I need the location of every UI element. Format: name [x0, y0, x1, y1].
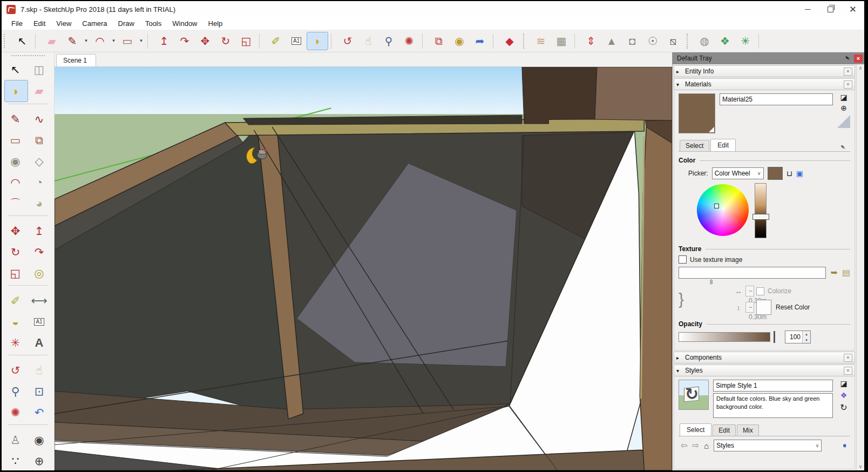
dimensions-tool[interactable]: ⟷ — [28, 290, 51, 311]
panel-close-button[interactable]: × — [844, 80, 852, 89]
zoom-window-tool[interactable]: ⊡ — [28, 381, 51, 402]
close-button[interactable] — [842, 1, 864, 17]
match-screen-color-icon[interactable]: ▣ — [796, 170, 803, 177]
three-point-arc-tool[interactable]: ⌒ — [4, 193, 27, 214]
push-pull-tool[interactable]: ↥ — [154, 32, 174, 50]
drape-tool[interactable]: ◘ — [622, 32, 642, 50]
spin-up-icon[interactable]: ▴ — [803, 331, 810, 337]
details-icon[interactable]: ➧ — [841, 441, 848, 450]
color-wheel-marker[interactable] — [714, 204, 719, 208]
axes-tool[interactable]: ✳ — [4, 332, 27, 353]
paint-bucket-tool[interactable]: ◗ — [4, 80, 28, 102]
opacity-slider-handle[interactable] — [774, 331, 775, 343]
offset-tool[interactable]: ◎ — [28, 262, 51, 284]
zoom-extents-tool[interactable]: ✺ — [4, 402, 27, 423]
previous-view-tool[interactable]: ↶ — [28, 402, 51, 423]
arc-tool-dropdown[interactable]: ▾ — [110, 32, 117, 50]
tab-edit[interactable]: Edit — [713, 424, 736, 436]
update-style-icon[interactable]: ↻ — [840, 403, 847, 412]
use-texture-checkbox[interactable] — [679, 255, 687, 264]
rectangle-tool[interactable]: ▭ — [117, 32, 138, 50]
scale-tool[interactable]: ◱ — [4, 262, 27, 284]
walk-tool[interactable]: ∵ — [4, 450, 27, 470]
tape-measure-tool[interactable]: ✐ — [4, 290, 27, 311]
material-name-input[interactable]: Material25 — [720, 93, 833, 105]
send-to-layout-icon[interactable]: ⧉ — [429, 32, 449, 50]
material-preview-swatch[interactable] — [679, 93, 715, 133]
menu-camera[interactable]: Camera — [77, 18, 112, 29]
sandbox-from-contours-tool[interactable]: ≋ — [531, 32, 551, 50]
arc-tool[interactable]: ◠ — [90, 32, 110, 50]
home-icon[interactable]: ⌂ — [704, 441, 709, 450]
style-description[interactable]: Default face colors. Blue sky and green … — [713, 393, 833, 418]
share-model-icon[interactable]: ➦ — [470, 32, 490, 50]
panel-close-button[interactable]: × — [844, 367, 852, 375]
rotated-rectangle-tool[interactable]: ⧉ — [28, 130, 51, 151]
tape-measure-tool[interactable]: ✐ — [266, 32, 286, 50]
rectangle-tool[interactable]: ▭ — [4, 130, 27, 151]
scene-tab[interactable]: Scene 1 — [56, 54, 96, 66]
make-component-tool[interactable]: ◫ — [28, 59, 51, 80]
orbit-tool[interactable]: ↺ — [4, 360, 27, 381]
rectangle-tool-dropdown[interactable]: ▾ — [138, 32, 145, 50]
menu-window[interactable]: Window — [167, 18, 202, 29]
line-tool[interactable]: ✎ — [62, 32, 83, 50]
green-wireframe-icon[interactable]: ✳ — [735, 32, 756, 50]
tray-close-button[interactable]: × — [854, 55, 863, 63]
opacity-slider[interactable] — [679, 332, 770, 342]
minimize-button[interactable] — [796, 1, 819, 17]
select-tool[interactable]: ↖ — [12, 32, 32, 50]
link-icon[interactable]: ∞ — [708, 279, 716, 319]
scroll-up-icon[interactable]: ∧ — [859, 65, 863, 71]
extension-warehouse-icon[interactable]: ◆ — [499, 32, 520, 50]
add-detail-tool[interactable]: ☉ — [642, 32, 663, 50]
secondary-pane-icon[interactable]: ◪ — [840, 380, 847, 387]
rotate-tool[interactable]: ↻ — [215, 32, 236, 50]
pie-tool[interactable]: ◕ — [28, 193, 51, 214]
style-preview-thumbnail[interactable]: ↻ — [679, 380, 709, 410]
collapse-arrow-icon[interactable]: ▸ — [676, 355, 685, 361]
spin-down-icon[interactable]: ▾ — [803, 337, 810, 343]
components-panel-bar[interactable]: ▸ Components × — [674, 352, 855, 363]
reset-color-button[interactable]: Reset Color — [776, 304, 810, 311]
colorize-checkbox[interactable] — [756, 287, 764, 295]
flip-edge-tool[interactable]: ⧅ — [663, 32, 683, 50]
viewport-3d-scene[interactable] — [55, 67, 672, 470]
style-name-input[interactable]: Simple Style 1 — [713, 380, 833, 392]
tab-select[interactable]: Select — [680, 140, 709, 151]
stamp-tool[interactable]: ▲ — [601, 32, 622, 50]
zoom-tool[interactable]: ⚲ — [4, 381, 27, 402]
menu-view[interactable]: View — [51, 18, 77, 29]
create-material-icon[interactable]: ⊕ — [840, 104, 847, 112]
tray-scrollbar[interactable]: ∧ ∨ — [856, 64, 864, 470]
eyedropper-icon[interactable]: ✒ — [836, 140, 850, 154]
green-square-circle-icon[interactable]: ❖ — [715, 32, 735, 50]
texture-height-input[interactable]: ~ 0.30m — [745, 302, 754, 313]
eraser-tool[interactable]: ▰ — [42, 32, 62, 50]
menu-tools[interactable]: Tools — [140, 18, 167, 29]
menu-file[interactable]: File — [6, 18, 28, 29]
freehand-tool[interactable]: ∿ — [28, 109, 51, 130]
move-tool[interactable]: ✥ — [195, 32, 215, 50]
3d-text-tool[interactable]: A — [28, 332, 51, 353]
materials-panel-bar[interactable]: ▾ Materials × — [674, 78, 855, 90]
secondary-pane-icon[interactable]: ◪ — [840, 93, 847, 101]
smoove-tool[interactable]: ⇕ — [581, 32, 601, 50]
picker-dropdown[interactable]: Color Wheel ∨ — [712, 167, 764, 179]
menu-help[interactable]: Help — [203, 18, 228, 29]
styles-panel-bar[interactable]: ▾ Styles × — [674, 365, 855, 376]
sandbox-from-scratch-tool[interactable]: ▦ — [551, 32, 572, 50]
text-tool[interactable]: A1 — [28, 311, 51, 332]
line-tool[interactable]: ✎ — [4, 109, 27, 130]
look-around-tool[interactable]: ◉ — [28, 429, 51, 450]
forward-icon[interactable]: ⇨ — [693, 441, 700, 450]
follow-me-tool[interactable]: ↷ — [174, 32, 195, 50]
entity-info-panel-bar[interactable]: ▸ Entity Info × — [674, 65, 855, 77]
create-style-icon[interactable]: ❖ — [840, 392, 847, 399]
gray-shell-icon[interactable]: ◍ — [694, 32, 715, 50]
value-slider[interactable] — [755, 183, 767, 238]
styles-collection-dropdown[interactable]: Styles ∨ — [714, 440, 822, 451]
zoom-extents-tool[interactable]: ✺ — [399, 32, 419, 50]
push-pull-tool[interactable]: ↥ — [28, 220, 51, 241]
match-object-color-icon[interactable]: ⊔ — [786, 170, 792, 177]
